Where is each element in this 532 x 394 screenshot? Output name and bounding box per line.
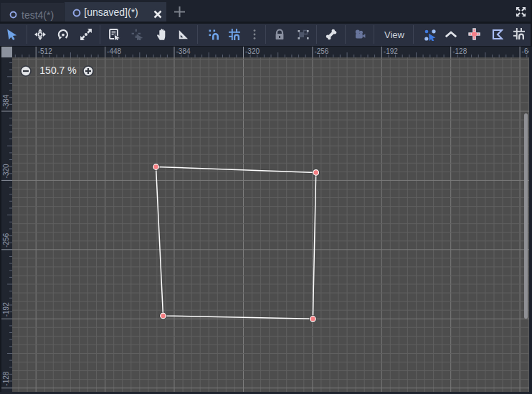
svg-text:-128: -128 [452, 47, 467, 55]
svg-text:-384: -384 [176, 47, 191, 55]
svg-text:-256: -256 [2, 233, 10, 247]
svg-text:-64: -64 [522, 47, 529, 55]
svg-text:-512: -512 [38, 47, 52, 55]
svg-text:-448: -448 [107, 47, 121, 55]
svg-text:-192: -192 [384, 47, 398, 55]
svg-text:-320: -320 [245, 47, 260, 55]
svg-text:-192: -192 [2, 302, 10, 316]
svg-text:-384: -384 [2, 95, 10, 109]
svg-text:-256: -256 [314, 47, 328, 55]
svg-text:-320: -320 [2, 164, 10, 178]
svg-text:-128: -128 [2, 371, 10, 385]
